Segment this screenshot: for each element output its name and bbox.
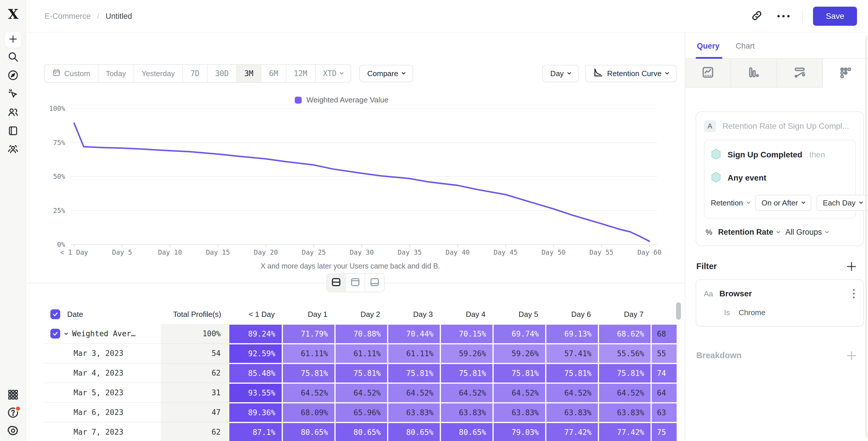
filter-kebab-menu[interactable] [852, 288, 856, 300]
retention-cell[interactable]: 64.52% [493, 383, 546, 403]
retention-cell[interactable]: 77.42% [546, 422, 598, 441]
retention-cell[interactable]: 80.65% [388, 422, 440, 441]
measure-dropdown[interactable]: Retention Rate [718, 228, 780, 237]
share-link-button[interactable] [749, 8, 765, 24]
sidebar-item-search[interactable] [5, 48, 22, 67]
retention-cell[interactable]: 68.09% [282, 403, 335, 422]
retention-cell[interactable]: 69.74% [493, 324, 546, 344]
retention-cell[interactable]: 63.83% [440, 403, 493, 422]
retention-cell[interactable]: 63.83% [546, 403, 598, 422]
range-button-12m[interactable]: 12M [286, 65, 316, 82]
retention-cell-clipped[interactable]: 64 [651, 383, 677, 403]
breadcrumb-page-title[interactable]: Untitled [106, 12, 132, 21]
retention-cell[interactable]: 75.81% [335, 364, 388, 383]
retention-cell[interactable]: 71.79% [282, 324, 335, 344]
layout-split-horizontal-button[interactable] [327, 274, 346, 292]
settings-button[interactable] [5, 422, 22, 441]
retention-cell[interactable]: 61.11% [388, 344, 440, 364]
chevron-down-icon[interactable] [64, 331, 68, 335]
more-menu-button[interactable] [775, 8, 792, 24]
sidebar-item-reports[interactable] [5, 122, 22, 140]
retention-mode-dropdown[interactable]: Retention [711, 198, 750, 208]
retention-cell[interactable]: 75.81% [493, 364, 546, 383]
retention-cell[interactable]: 80.65% [440, 422, 493, 441]
filter-operator[interactable]: Is [724, 308, 730, 317]
apps-grid-icon[interactable] [5, 385, 22, 404]
retention-cell[interactable]: 75.81% [388, 364, 440, 383]
report-type-bars[interactable] [731, 59, 777, 88]
retention-cell[interactable]: 63.83% [493, 403, 546, 422]
help-button[interactable] [5, 404, 22, 422]
second-event-name[interactable]: Any event [727, 173, 766, 183]
retention-cell[interactable]: 61.11% [335, 344, 388, 364]
layout-panel-bottom-button[interactable] [365, 274, 384, 292]
add-filter-button[interactable] [847, 262, 856, 271]
retention-cell[interactable]: 75.81% [546, 364, 598, 383]
retention-cell[interactable]: 93.55% [229, 383, 282, 403]
filter-value[interactable]: Chrome [739, 308, 765, 317]
retention-cell[interactable]: 64.52% [335, 383, 388, 403]
plot-area[interactable] [70, 108, 657, 248]
save-button[interactable]: Save [813, 7, 857, 26]
retention-cell[interactable]: 63.83% [598, 403, 651, 422]
retention-cell[interactable]: 70.15% [440, 324, 493, 344]
retention-cell[interactable]: 87.1% [229, 422, 282, 441]
range-button-7d[interactable]: 7D [183, 65, 208, 82]
retention-cell[interactable]: 64.52% [440, 383, 493, 403]
each-day-dropdown[interactable]: Each Day [816, 195, 868, 211]
chart-type-dropdown[interactable]: Retention Curve [585, 65, 677, 82]
retention-cell[interactable]: 69.13% [546, 324, 598, 344]
retention-cell[interactable]: 64.52% [388, 383, 440, 403]
retention-cell[interactable]: 68.62% [598, 324, 651, 344]
range-button-6m[interactable]: 6M [261, 65, 286, 82]
filter-card[interactable]: Aa Browser Is Chrome [696, 279, 864, 326]
row-checkbox[interactable] [51, 329, 60, 339]
range-button-3m[interactable]: 3M [237, 65, 261, 82]
retention-cell[interactable]: 89.36% [229, 403, 282, 422]
retention-cell[interactable]: 63.83% [388, 403, 440, 422]
table-vertical-scrollbar[interactable] [676, 303, 681, 320]
sidebar-item-users[interactable] [5, 103, 22, 122]
granularity-dropdown[interactable]: Day [542, 65, 579, 82]
add-breakdown-button[interactable] [847, 351, 856, 360]
retention-cell[interactable]: 79.03% [493, 422, 546, 441]
retention-cell[interactable]: 64.52% [598, 383, 651, 403]
range-button-yesterday[interactable]: Yesterday [134, 65, 183, 82]
on-or-after-dropdown[interactable]: On or After [755, 195, 811, 211]
retention-cell[interactable]: 80.65% [335, 422, 388, 441]
retention-cell[interactable]: 70.44% [388, 324, 440, 344]
retention-cell[interactable]: 89.24% [229, 324, 282, 344]
range-button-xtd[interactable]: XTD [316, 65, 351, 82]
retention-cell-clipped[interactable]: 63 [651, 403, 677, 422]
retention-cell[interactable]: 65.96% [335, 403, 388, 422]
retention-cell[interactable]: 77.42% [598, 422, 651, 441]
create-button[interactable] [5, 31, 22, 48]
first-event-row[interactable]: Sign Up Completed then [711, 149, 849, 161]
sidebar-item-explore[interactable] [5, 67, 22, 85]
report-type-flows[interactable] [777, 59, 823, 88]
retention-cell[interactable]: 59.26% [440, 344, 493, 364]
report-type-retention[interactable] [823, 59, 868, 88]
retention-cell[interactable]: 57.41% [546, 344, 598, 364]
compare-button[interactable]: Compare [359, 65, 413, 82]
range-button-today[interactable]: Today [98, 65, 134, 82]
app-logo[interactable]: X [8, 7, 18, 21]
retention-cell-clipped[interactable]: 75 [651, 422, 677, 441]
first-event-name[interactable]: Sign Up Completed [727, 150, 802, 159]
retention-cell[interactable]: 61.11% [282, 344, 335, 364]
retention-cell[interactable]: 75.81% [598, 364, 651, 383]
sidebar-item-events[interactable] [5, 85, 22, 103]
groups-dropdown[interactable]: All Groups [785, 228, 828, 237]
select-all-checkbox[interactable] [51, 309, 60, 319]
range-button-30d[interactable]: 30D [208, 65, 237, 82]
second-event-row[interactable]: Any event [711, 171, 849, 184]
retention-cell[interactable]: 80.65% [282, 422, 335, 441]
tab-chart[interactable]: Chart [736, 42, 755, 58]
retention-cell[interactable]: 85.48% [229, 364, 282, 383]
retention-cell[interactable]: 75.81% [440, 364, 493, 383]
sidebar-item-audiences[interactable] [5, 140, 22, 159]
retention-cell[interactable]: 64.52% [546, 383, 598, 403]
retention-cell[interactable]: 75.81% [282, 364, 335, 383]
retention-cell-clipped[interactable]: 68 [651, 324, 677, 344]
tab-query[interactable]: Query [697, 42, 719, 58]
